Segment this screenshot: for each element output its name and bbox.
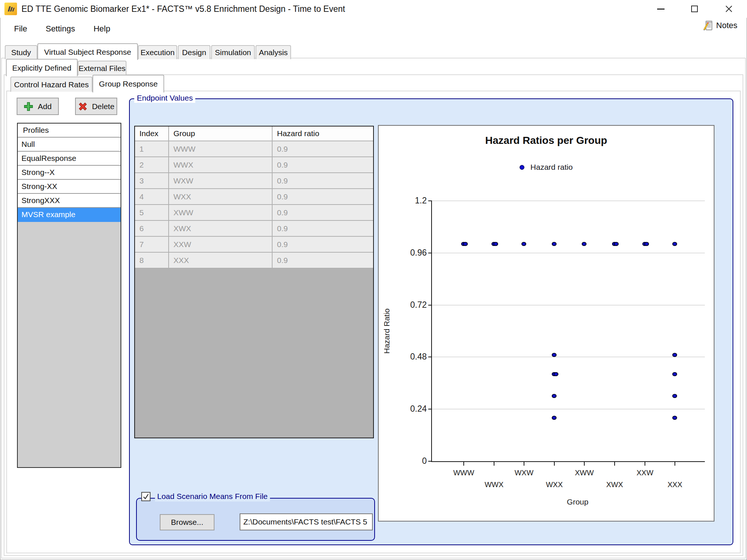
chart-title: Hazard Ratios per Group: [379, 135, 714, 146]
minimize-button[interactable]: [649, 0, 673, 18]
table-cell[interactable]: 8: [135, 253, 169, 268]
gridline: [432, 200, 705, 201]
data-point: [493, 242, 498, 246]
x-tick-mark: [614, 462, 615, 466]
table-cell[interactable]: WWX: [169, 157, 273, 172]
x-tick-label-xwx: XWX: [594, 480, 635, 489]
data-point: [552, 242, 557, 246]
table-row: 3WXW0.9: [135, 173, 373, 189]
title-bar: ED TTE Genomic Biomarker Ex1* - FACTS™ v…: [0, 0, 747, 18]
data-point: [552, 416, 557, 420]
x-tick-mark: [524, 462, 524, 466]
table-cell[interactable]: XWW: [169, 205, 273, 220]
table-cell[interactable]: 2: [135, 157, 169, 172]
x-tick-label-xxw: XXW: [625, 469, 665, 477]
table-row: 5XWW0.9: [135, 205, 373, 221]
table-header-row: IndexGroupHazard ratio: [135, 126, 373, 141]
tab-control-hazard-rates[interactable]: Control Hazard Rates: [10, 77, 92, 92]
y-tick-label: 0.48: [397, 352, 427, 362]
legend-label: Hazard ratio: [530, 163, 572, 172]
table-cell[interactable]: XXW: [169, 237, 273, 252]
table-cell[interactable]: XWX: [169, 221, 273, 236]
gridline: [432, 305, 705, 306]
hazard-ratio-chart: Hazard Ratios per Group Hazard ratio 00.…: [378, 125, 714, 522]
y-tick-label: 0.96: [397, 248, 427, 258]
table-cell[interactable]: WWW: [169, 141, 273, 156]
column-header-group: Group: [169, 126, 273, 141]
maximize-icon: [691, 6, 698, 12]
load-scenario-label: Load Scenario Means From File: [155, 491, 270, 502]
notes-button[interactable]: Notes: [702, 20, 737, 31]
browse-button[interactable]: Browse...: [160, 514, 214, 530]
gridline: [432, 409, 705, 409]
data-point: [672, 353, 677, 357]
data-point: [672, 372, 677, 376]
table-row: 6XWX0.9: [135, 221, 373, 237]
tab-virtual-subject-response[interactable]: Virtual Subject Response: [37, 43, 138, 60]
table-cell[interactable]: 0.9: [273, 221, 372, 236]
table-cell[interactable]: 5: [135, 205, 169, 220]
endpoint-values-label: Endpoint Values: [134, 93, 195, 103]
endpoint-values-table: IndexGroupHazard ratio1WWW0.92WWX0.93WXW…: [134, 126, 374, 438]
tab-simulation[interactable]: Simulation: [211, 45, 255, 59]
tab-execution[interactable]: Execution: [138, 45, 177, 59]
menu-help[interactable]: Help: [92, 22, 112, 36]
table-cell[interactable]: 0.9: [273, 173, 372, 188]
column-header-hazard-ratio: Hazard ratio: [273, 126, 372, 141]
x-tick-label-wxx: WXX: [534, 480, 575, 489]
menu-bar: FileSettingsHelp: [0, 18, 747, 40]
table-cell[interactable]: 7: [135, 237, 169, 252]
menu-file[interactable]: File: [13, 22, 28, 36]
notes-icon: [702, 20, 713, 31]
data-point: [463, 242, 468, 246]
table-cell[interactable]: 0.9: [273, 189, 372, 204]
table-cell[interactable]: 0.9: [273, 253, 372, 268]
close-icon: [725, 5, 733, 13]
load-scenario-checkbox[interactable]: [141, 492, 151, 501]
table-cell[interactable]: 0.9: [273, 205, 372, 220]
data-point: [614, 242, 619, 246]
tab-design[interactable]: Design: [178, 45, 210, 59]
x-tick-mark: [554, 462, 555, 466]
table-row: 2WWX0.9: [135, 157, 373, 173]
tab-study[interactable]: Study: [5, 45, 37, 59]
table-cell[interactable]: WXX: [169, 189, 273, 204]
tab-group-response[interactable]: Group Response: [92, 75, 164, 92]
application-window: ED TTE Genomic Biomarker Ex1* - FACTS™ v…: [0, 0, 747, 560]
data-point: [552, 353, 557, 357]
maximize-button[interactable]: [682, 0, 707, 18]
table-cell[interactable]: 0.9: [273, 237, 372, 252]
data-point: [672, 242, 677, 246]
gridline: [432, 357, 705, 357]
file-path-input[interactable]: [240, 513, 373, 530]
close-button[interactable]: [717, 0, 741, 18]
table-cell[interactable]: 0.9: [273, 157, 372, 172]
table-cell[interactable]: 6: [135, 221, 169, 236]
tab-explicitly-defined[interactable]: Explicitly Defined: [6, 59, 78, 76]
table-cell[interactable]: XXX: [169, 253, 273, 268]
x-tick-label-xww: XWW: [564, 469, 605, 477]
y-tick-label: 0: [397, 456, 427, 466]
x-axis: [431, 461, 705, 462]
x-tick-mark: [463, 462, 464, 466]
table-cell[interactable]: 3: [135, 173, 169, 188]
table-row: 4WXX0.9: [135, 189, 373, 205]
y-tick-label: 1.2: [397, 196, 427, 206]
x-tick-label-www: WWW: [443, 469, 484, 477]
y-tick-label: 0.72: [397, 300, 427, 310]
x-tick-mark: [584, 462, 585, 466]
x-tick-label-xxx: XXX: [655, 480, 695, 489]
column-header-index: Index: [135, 126, 169, 141]
y-axis-title: Hazard Ratio: [382, 301, 391, 361]
tab-external-files[interactable]: External Files: [78, 61, 126, 75]
table-cell[interactable]: 0.9: [273, 141, 372, 156]
x-tick-mark: [494, 462, 494, 466]
data-point: [672, 416, 677, 420]
table-cell[interactable]: 4: [135, 189, 169, 204]
table-cell[interactable]: WXW: [169, 173, 273, 188]
x-tick-mark: [675, 462, 675, 466]
chart-legend: Hazard ratio: [379, 163, 714, 172]
menu-settings[interactable]: Settings: [44, 22, 77, 36]
tab-analysis[interactable]: Analysis: [256, 45, 291, 59]
table-cell[interactable]: 1: [135, 141, 169, 156]
